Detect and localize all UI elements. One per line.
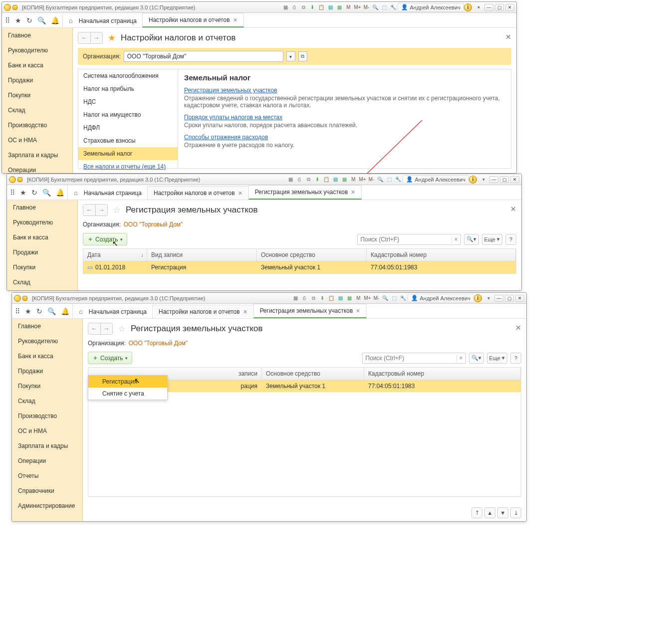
org-dropdown-button[interactable]: ▾ [286, 51, 295, 61]
nav-production[interactable]: Производство [12, 409, 82, 424]
col-cadastral[interactable]: Кадастровый номер [364, 368, 521, 380]
nav-sales[interactable]: Продажи [2, 73, 72, 88]
mminus-icon[interactable]: M- [372, 294, 380, 302]
back-button[interactable]: ← [78, 32, 90, 43]
mplus-icon[interactable]: M+ [363, 294, 371, 302]
search-input[interactable] [363, 355, 456, 362]
search-input[interactable] [358, 236, 451, 243]
nav-last-button[interactable]: ⤓ [510, 507, 521, 518]
search-box[interactable]: × [357, 234, 461, 245]
tax-item[interactable]: Страховые взносы [78, 134, 178, 147]
star-icon[interactable]: ★ [108, 32, 116, 43]
tab-close-icon[interactable]: ✕ [351, 189, 355, 196]
search-box[interactable]: × [362, 353, 466, 364]
history-icon[interactable]: ↻ [31, 189, 37, 197]
close-button[interactable]: ✕ [515, 295, 524, 302]
calc-icon[interactable]: ▦ [340, 176, 348, 184]
mminus-icon[interactable]: M- [362, 3, 370, 11]
m-icon[interactable]: M [349, 176, 357, 184]
bell-icon[interactable]: 🔔 [61, 307, 69, 315]
calc-icon[interactable]: ▦ [335, 3, 343, 11]
nav-sales[interactable]: Продажи [12, 364, 82, 379]
export-icon[interactable]: ⬇ [308, 3, 316, 11]
nav-purchases[interactable]: Покупки [7, 260, 77, 275]
nav-manager[interactable]: Руководителю [7, 215, 77, 230]
nav-main[interactable]: Главное [2, 28, 72, 43]
minimize-button[interactable]: — [484, 4, 493, 11]
tax-item-selected[interactable]: Земельный налог [78, 147, 178, 160]
tab-tax-settings[interactable]: Настройки налогов и отчетов✕ [142, 13, 244, 27]
copy-icon[interactable]: ⧉ [299, 3, 307, 11]
m-icon[interactable]: M [344, 3, 352, 11]
minimize-button[interactable]: — [489, 176, 498, 183]
star-icon[interactable]: ☆ [113, 205, 121, 215]
user-box[interactable]: 👤Андрей Алексеевич [408, 294, 474, 302]
tab-close-icon[interactable]: ✕ [238, 190, 242, 197]
help-button[interactable]: ? [505, 234, 516, 245]
wrench-icon[interactable]: 🔧 [394, 176, 402, 184]
favorite-icon[interactable]: ★ [20, 189, 26, 197]
favorite-icon[interactable]: ★ [25, 307, 31, 315]
nav-bank[interactable]: Банк и касса [7, 230, 77, 245]
advanced-search-button[interactable]: 🔍▾ [469, 353, 484, 364]
tab-close-icon[interactable]: ✕ [356, 308, 360, 314]
zoom-icon[interactable]: 🔍 [371, 3, 379, 11]
nav-down-button[interactable]: ▼ [497, 507, 508, 518]
user-box[interactable]: 👤Андрей Алексеевич [398, 3, 464, 11]
tab-home[interactable]: ⌂Начальная страница [68, 186, 148, 200]
close-button[interactable]: ✕ [505, 4, 514, 11]
nav-warehouse[interactable]: Склад [12, 394, 82, 409]
nav-salary[interactable]: Зарплата и кадры [12, 438, 82, 453]
user-box[interactable]: 👤Андрей Алексеевич [403, 175, 469, 184]
forward-button[interactable]: → [90, 32, 102, 43]
nav-salary[interactable]: Зарплата и кадры [2, 148, 72, 163]
toolbar-icon[interactable]: ▦ [291, 294, 299, 302]
tab-tax-settings[interactable]: Настройки налогов и отчетов✕ [152, 305, 254, 318]
app-dropdown-icon[interactable] [12, 5, 17, 10]
print-icon[interactable]: ⎙ [290, 3, 298, 11]
help-button[interactable]: ? [510, 353, 521, 364]
calendar-icon[interactable]: ▤ [336, 294, 344, 302]
nav-assets[interactable]: ОС и НМА [12, 424, 82, 438]
calendar-icon[interactable]: ▤ [331, 176, 339, 184]
zoom-icon[interactable]: 🔍 [381, 294, 389, 302]
clear-icon[interactable]: × [456, 355, 465, 362]
tab-tax-settings[interactable]: Настройки налогов и отчетов✕ [147, 186, 249, 200]
nav-main[interactable]: Главное [12, 319, 82, 334]
apps-icon[interactable]: ⠿ [5, 16, 10, 24]
tab-close-icon[interactable]: ✕ [243, 309, 247, 315]
nav-admin[interactable]: Администрирование [12, 498, 82, 513]
org-value[interactable]: ООО "Торговый Дом" [124, 221, 183, 228]
menu-item-remove[interactable]: Снятие с учета [88, 388, 167, 400]
close-button[interactable]: ✕ [510, 176, 519, 183]
col-type[interactable]: Вид записи [147, 249, 257, 261]
bell-icon[interactable]: 🔔 [51, 16, 59, 24]
dropdown-icon[interactable]: ▾ [479, 176, 487, 184]
bell-icon[interactable]: 🔔 [56, 189, 64, 197]
device-icon[interactable]: ⬚ [385, 176, 393, 184]
zoom-icon[interactable]: 🔍 [376, 176, 384, 184]
calendar-icon[interactable]: ▤ [326, 3, 334, 11]
nav-operations[interactable]: Операции [12, 453, 82, 468]
copy-icon[interactable]: ⧉ [309, 294, 317, 302]
tax-item[interactable]: Система налогообложения [78, 69, 178, 82]
expense-methods-link[interactable]: Способы отражения расходов [184, 134, 268, 141]
clear-icon[interactable]: × [451, 236, 460, 243]
nav-first-button[interactable]: ⤒ [471, 507, 482, 518]
org-select[interactable]: ООО "Торговый Дом" [124, 51, 283, 62]
nav-refs[interactable]: Справочники [12, 483, 82, 498]
history-icon[interactable]: ↻ [36, 307, 42, 315]
search-icon[interactable]: 🔍 [37, 16, 46, 24]
search-icon[interactable]: 🔍 [42, 189, 51, 197]
page-close-icon[interactable]: ✕ [505, 33, 511, 41]
history-icon[interactable]: ↻ [26, 16, 32, 24]
tax-item[interactable]: Налог на прибыль [78, 82, 178, 95]
maximize-button[interactable]: ▢ [505, 295, 514, 302]
more-button[interactable]: Еще ▾ [487, 353, 507, 364]
export-icon[interactable]: ⬇ [318, 294, 326, 302]
device-icon[interactable]: ⬚ [380, 3, 388, 11]
create-button[interactable]: ＋ Создать ▾ [88, 352, 132, 364]
tax-item[interactable]: НДФЛ [78, 121, 178, 134]
app-dropdown-icon[interactable] [22, 296, 27, 301]
nav-bank[interactable]: Банк и касса [2, 58, 72, 73]
